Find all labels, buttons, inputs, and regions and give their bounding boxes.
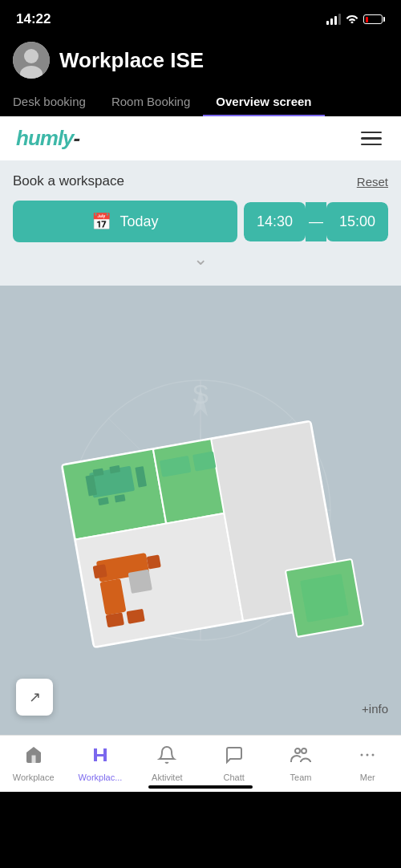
avatar[interactable] bbox=[13, 42, 50, 79]
status-icons bbox=[326, 13, 385, 26]
floor-plan bbox=[16, 334, 369, 671]
reset-link[interactable]: Reset bbox=[357, 175, 388, 189]
tab-chatt[interactable]: Chatt bbox=[200, 742, 267, 792]
hamburger-line-2 bbox=[361, 137, 382, 140]
svg-point-40 bbox=[361, 754, 363, 756]
tab-workplace[interactable]: Workplace bbox=[0, 742, 67, 792]
time-group: 14:30 — 15:00 bbox=[244, 202, 388, 241]
svg-point-39 bbox=[302, 748, 306, 753]
svg-point-42 bbox=[372, 754, 375, 756]
booking-title: Book a workspace bbox=[13, 173, 124, 189]
svg-point-38 bbox=[295, 748, 300, 753]
chevron-area: ⌄ bbox=[13, 242, 388, 270]
tab-mer[interactable]: Mer bbox=[334, 742, 401, 792]
team-icon bbox=[290, 745, 311, 769]
tab-desk-booking[interactable]: Desk booking bbox=[0, 87, 99, 116]
app-title: Workplace ISE bbox=[59, 48, 204, 73]
navigate-button[interactable]: ↗ bbox=[16, 679, 53, 716]
svg-rect-30 bbox=[93, 564, 107, 578]
svg-point-41 bbox=[367, 754, 369, 756]
humly-h-icon bbox=[91, 745, 110, 769]
svg-rect-34 bbox=[128, 570, 152, 594]
chevron-down-icon: ⌄ bbox=[193, 249, 208, 270]
tab-team-label: Team bbox=[290, 773, 312, 782]
workplace-icon bbox=[24, 745, 43, 769]
home-indicator bbox=[148, 785, 253, 789]
booking-section: Book a workspace Reset 📅 Today 14:30 — 1… bbox=[0, 160, 401, 286]
svg-point-1 bbox=[24, 49, 38, 63]
tab-workplac-active[interactable]: Workplac... bbox=[67, 742, 133, 792]
today-label: Today bbox=[119, 213, 158, 230]
signal-icon bbox=[326, 14, 341, 25]
hamburger-line-1 bbox=[361, 132, 382, 134]
info-badge[interactable]: +info bbox=[362, 702, 388, 716]
map-area[interactable]: S bbox=[0, 286, 401, 735]
bell-icon bbox=[157, 745, 176, 769]
tab-workplac-label: Workplac... bbox=[79, 773, 123, 782]
humly-logo: humly‑ bbox=[16, 126, 79, 151]
tab-workplace-label: Workplace bbox=[13, 773, 55, 782]
wifi-icon bbox=[346, 13, 358, 26]
hamburger-menu[interactable] bbox=[358, 128, 385, 149]
tab-mer-label: Mer bbox=[360, 773, 375, 782]
time-end-button[interactable]: 15:00 bbox=[326, 202, 388, 241]
more-icon bbox=[358, 745, 377, 769]
time-start-button[interactable]: 14:30 bbox=[244, 202, 306, 241]
booking-header: Book a workspace Reset bbox=[13, 173, 388, 189]
hamburger-line-3 bbox=[361, 144, 382, 146]
app-header: Workplace ISE bbox=[0, 35, 401, 87]
calendar-icon: 📅 bbox=[91, 212, 111, 231]
status-time: 14:22 bbox=[16, 11, 51, 27]
tab-aktivitet-label: Aktivitet bbox=[152, 773, 183, 782]
tab-aktivitet[interactable]: Aktivitet bbox=[134, 742, 200, 792]
today-button[interactable]: 📅 Today bbox=[13, 201, 237, 242]
bottom-tab-bar: Workplace Workplac... Aktivitet Chatt bbox=[0, 735, 401, 792]
battery-icon bbox=[363, 14, 385, 24]
svg-rect-37 bbox=[300, 574, 349, 623]
svg-rect-31 bbox=[147, 554, 161, 569]
tab-room-booking[interactable]: Room Booking bbox=[99, 87, 203, 116]
tab-chatt-label: Chatt bbox=[224, 773, 245, 782]
tab-team[interactable]: Team bbox=[267, 742, 334, 792]
navigate-icon: ↗ bbox=[29, 688, 41, 706]
nav-tabs: Desk booking Room Booking Overview scree… bbox=[0, 87, 401, 116]
booking-controls: 📅 Today 14:30 — 15:00 bbox=[13, 201, 388, 242]
tab-overview-screen[interactable]: Overview screen bbox=[203, 87, 324, 116]
svg-rect-36 bbox=[192, 451, 216, 471]
time-separator: — bbox=[306, 202, 326, 241]
status-bar: 14:22 bbox=[0, 0, 401, 35]
humly-bar: humly‑ bbox=[0, 116, 401, 160]
chat-icon bbox=[225, 745, 244, 769]
